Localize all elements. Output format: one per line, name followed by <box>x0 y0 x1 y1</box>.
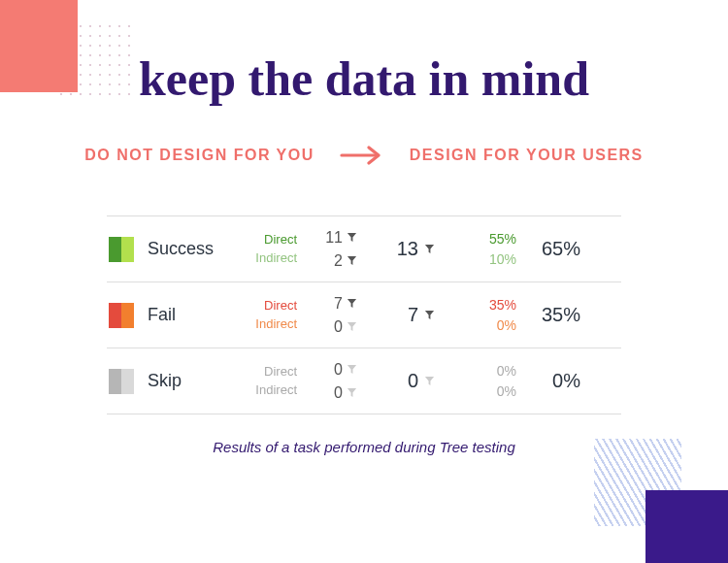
direct-indirect-percent: 0%0% <box>452 361 516 401</box>
row-name: Fail <box>148 305 225 325</box>
direct-indirect-percent: 55%10% <box>452 229 516 269</box>
arrow-right-icon <box>340 146 384 165</box>
status-swatch <box>109 237 134 262</box>
total-percent: 65% <box>516 238 580 260</box>
filter-icon <box>347 232 357 243</box>
subhead-left: DO NOT DESIGN FOR YOU <box>84 147 314 164</box>
filter-icon <box>424 310 435 320</box>
results-table: SuccessDirectIndirect1121355%10%65%FailD… <box>107 215 621 414</box>
row-name: Skip <box>148 371 225 391</box>
direct-indirect-percent: 35%0% <box>452 295 516 335</box>
table-row-success: SuccessDirectIndirect1121355%10%65% <box>107 216 621 282</box>
filter-icon <box>347 364 357 375</box>
total-count: 0 <box>357 370 435 392</box>
filter-icon <box>347 255 357 266</box>
bottom-right-square-decoration <box>645 490 728 563</box>
direct-indirect-counts: 112 <box>305 226 357 271</box>
table-row-fail: FailDirectIndirect70735%0%35% <box>107 282 621 348</box>
filter-icon <box>424 244 435 254</box>
top-left-square-decoration <box>0 0 78 92</box>
direct-indirect-counts: 70 <box>305 292 357 337</box>
filter-icon <box>347 298 357 309</box>
filter-icon <box>347 387 357 398</box>
direct-indirect-labels: DirectIndirect <box>225 231 297 268</box>
filter-icon <box>347 321 357 332</box>
total-percent: 0% <box>516 370 580 392</box>
direct-indirect-labels: DirectIndirect <box>225 363 297 400</box>
filter-icon <box>424 376 435 386</box>
subhead-row: DO NOT DESIGN FOR YOU DESIGN FOR YOUR US… <box>78 146 650 165</box>
total-count: 7 <box>357 304 435 326</box>
status-swatch <box>109 369 134 394</box>
total-percent: 35% <box>516 304 580 326</box>
total-count: 13 <box>357 238 435 260</box>
row-name: Success <box>148 239 225 259</box>
direct-indirect-counts: 00 <box>305 358 357 403</box>
direct-indirect-labels: DirectIndirect <box>225 297 297 334</box>
status-swatch <box>109 303 134 328</box>
table-row-skip: SkipDirectIndirect0000%0%0% <box>107 348 621 414</box>
subhead-right: DESIGN FOR YOUR USERS <box>410 147 644 164</box>
